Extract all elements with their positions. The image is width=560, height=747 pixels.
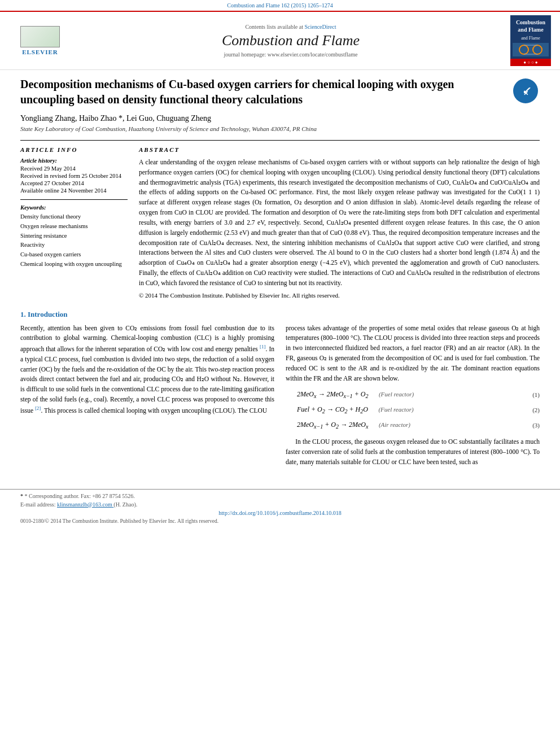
contents-available: Contents lists available at ScienceDirec… (71, 24, 510, 30)
top-header: Combustion and Flame 162 (2015) 1265–127… (0, 0, 560, 12)
accepted-date: Accepted 27 October 2014 (20, 180, 128, 186)
equation-1-note: (Fuel reactor) (375, 391, 414, 397)
intro-right-para-1: process takes advantage of the propertie… (286, 324, 540, 384)
abstract-section: ABSTRACT A clear understanding of the ox… (139, 146, 540, 299)
article-body: ARTICLE INFO Article history: Received 2… (20, 140, 540, 299)
keyword-5: Cu-based oxygen carriers (20, 250, 128, 259)
info-divider (20, 199, 128, 200)
thumbnail-subtitle: and Flame (513, 36, 549, 41)
equation-3: 2MeOx−1 + O2 → 2MeOx (Air reactor) (286, 420, 532, 431)
equation-3-number: (3) (532, 421, 540, 430)
thumbnail-image (513, 43, 549, 56)
footnote-text: * Corresponding author. Fax: +86 27 8754… (25, 493, 135, 499)
thumbnail-title: Combustion and Flame (513, 19, 549, 33)
footnote-author: * * Corresponding author. Fax: +86 27 87… (20, 493, 540, 499)
intro-para-1: Recently, attention has been given to CO… (20, 324, 274, 416)
sciencedirect-link[interactable]: ScienceDirect (304, 24, 336, 30)
page-footer: * * Corresponding author. Fax: +86 27 87… (0, 489, 560, 527)
main-content: Decomposition mechanisms of Cu-based oxy… (0, 70, 560, 489)
svg-point-5 (33, 28, 47, 37)
elsevier-logo-image (20, 26, 60, 47)
equation-2-row: Fuel + O2 → CO2 + H2O (Fuel reactor) (2) (286, 404, 540, 416)
journal-title-banner: Combustion and Flame (71, 32, 510, 49)
received-date: Received 29 May 2014 (20, 165, 128, 172)
elsevier-logo: ELSEVIER (9, 26, 71, 55)
introduction-section: 1. Introduction Recently, attention has … (20, 310, 540, 472)
article-title: Decomposition mechanisms of Cu-based oxy… (20, 77, 540, 107)
journal-citation: Combustion and Flame 162 (2015) 1265–127… (227, 2, 333, 8)
equation-1: 2MeOx → 2MeOx−1 + O2 (Fuel reactor) (286, 389, 532, 401)
equations-section: 2MeOx → 2MeOx−1 + O2 (Fuel reactor) (1) … (286, 389, 540, 431)
crossmark-svg: ✓ ✕ (513, 78, 538, 103)
ref-1: [1] (260, 344, 266, 350)
equation-3-note: (Air reactor) (375, 421, 410, 428)
footer-issn: 0010-2180/© 2014 The Combustion Institut… (20, 518, 540, 524)
email-note: (H. Zhao). (113, 501, 137, 508)
thumbnail-graphic (513, 43, 549, 56)
history-label: Article history: (20, 158, 128, 164)
email-label: E-mail address: (20, 501, 55, 508)
keyword-2: Oxygen release mechanisms (20, 222, 128, 231)
svg-rect-1 (39, 40, 41, 45)
equation-2: Fuel + O2 → CO2 + H2O (Fuel reactor) (286, 404, 532, 416)
svg-text:✕: ✕ (523, 90, 528, 97)
keyword-6: Chemical looping with oxygen uncoupling (20, 260, 128, 269)
elsevier-wordmark: ELSEVIER (22, 49, 58, 55)
email-link[interactable]: klinsmannzlb@163.com (57, 501, 113, 508)
keyword-1: Density functional theory (20, 212, 128, 221)
equation-1-number: (1) (532, 390, 540, 400)
keyword-4: Reactivity (20, 241, 128, 250)
affiliation: State Key Laboratory of Coal Combustion,… (20, 125, 540, 132)
footer-doi: http://dx.doi.org/10.1016/j.combustflame… (20, 510, 540, 516)
revised-date: Received in revised form 25 October 2014 (20, 173, 128, 179)
svg-point-3 (30, 33, 41, 41)
thumbnail-bottom: ● ○ ○ ● (510, 59, 551, 66)
abstract-text: A clear understanding of the oxygen rele… (139, 158, 540, 289)
intro-columns: Recently, attention has been given to CO… (20, 324, 540, 472)
journal-homepage: journal homepage: www.elsevier.com/locat… (71, 51, 510, 58)
keyword-3: Sintering resistance (20, 231, 128, 241)
svg-point-2 (31, 29, 49, 41)
section-title: 1. Introduction (20, 310, 540, 319)
page-header: Combustion and Flame 162 (2015) 1265–127… (0, 0, 560, 70)
keywords-section: Keywords: Density functional theory Oxyg… (20, 204, 128, 269)
equation-2-number: (2) (532, 405, 540, 415)
article-info-heading: ARTICLE INFO (20, 146, 128, 153)
crossmark-icon: ✓ ✕ (513, 78, 538, 103)
intro-left-col: Recently, attention has been given to CO… (20, 324, 274, 472)
equation-3-row: 2MeOx−1 + O2 → 2MeOx (Air reactor) (3) (286, 420, 540, 431)
svg-point-4 (39, 33, 50, 41)
footnote-email-row: E-mail address: klinsmannzlb@163.com (H.… (20, 501, 540, 508)
journal-thumbnail: Combustion and Flame and Flame ● ○ ○ ● (510, 15, 551, 66)
keywords-label: Keywords: (20, 204, 128, 211)
journal-info-top: Combustion and Flame 162 (2015) 1265–127… (0, 2, 560, 8)
intro-right-para-2: In the CLOU process, the gaseous oxygen … (286, 437, 540, 467)
available-date: Available online 24 November 2014 (20, 187, 128, 194)
abstract-copyright: © 2014 The Combustion Institute. Publish… (139, 292, 540, 299)
equation-2-note: (Fuel reactor) (375, 406, 414, 413)
footnote-star: * (20, 493, 25, 499)
doi-link[interactable]: http://dx.doi.org/10.1016/j.combustflame… (218, 510, 341, 516)
crossmark-badge: ✓ ✕ (511, 77, 540, 105)
abstract-heading: ABSTRACT (139, 146, 540, 153)
journal-center: Contents lists available at ScienceDirec… (71, 24, 510, 58)
equation-1-row: 2MeOx → 2MeOx−1 + O2 (Fuel reactor) (1) (286, 389, 540, 401)
ref-2: [2] (35, 405, 41, 411)
svg-point-0 (24, 28, 56, 45)
article-history-section: Article history: Received 29 May 2014 Re… (20, 158, 128, 194)
keywords-list: Density functional theory Oxygen release… (20, 212, 128, 269)
intro-right-col: process takes advantage of the propertie… (286, 324, 540, 472)
article-info-panel: ARTICLE INFO Article history: Received 2… (20, 146, 128, 299)
authors: Yongliang Zhang, Haibo Zhao *, Lei Guo, … (20, 114, 540, 123)
elsevier-tree-icon (23, 27, 57, 46)
journal-banner: ELSEVIER Contents lists available at Sci… (0, 12, 560, 70)
